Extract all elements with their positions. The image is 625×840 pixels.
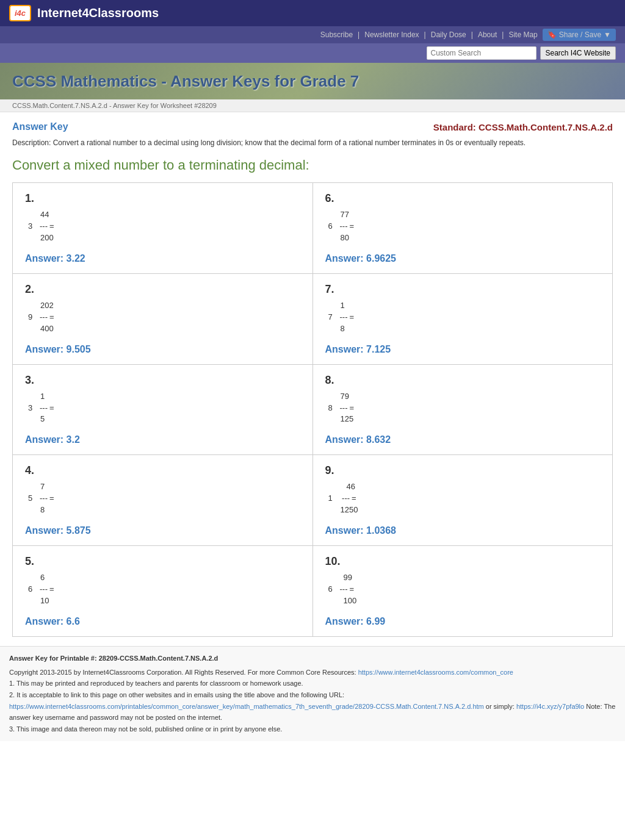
mixed-number-7: 1 7 --- = 8 [328, 301, 601, 333]
answer-9: Answer: 1.0368 [325, 525, 601, 536]
problem-cell-1: 1. 44 3 --- = 200 Answer: 3.22 [13, 183, 313, 273]
answer-7: Answer: 7.125 [325, 344, 601, 355]
mixed-number-8: 79 8 --- = 125 [328, 392, 601, 424]
answer-key-label: Answer Key [12, 121, 68, 132]
footer-url-long[interactable]: https://www.internet4classrooms.com/prin… [9, 703, 484, 710]
answer-3: Answer: 3.2 [25, 434, 300, 445]
problem-row-5: 5. 6 6 --- = 10 Answer: 6.6 10. 99 [13, 546, 612, 636]
problem-number-1: 1. [25, 192, 300, 205]
footer-info: Answer Key for Printable #: 28209-CCSS.M… [0, 646, 625, 741]
mixed-number-10: 99 6 --- = 100 [328, 573, 601, 605]
mixed-number-3: 1 3 --- = 5 [28, 392, 300, 424]
banner: CCSS Mathematics - Answer Keys for Grade… [0, 63, 625, 99]
problem-number-4: 4. [25, 464, 300, 477]
footer-note2: 2. It is acceptable to link to this page… [9, 689, 616, 701]
problem-cell-6: 6. 77 6 --- = 80 Answer: 6.9625 [313, 183, 613, 273]
problem-number-2: 2. [25, 283, 300, 296]
footer-common-core-link[interactable]: https://www.internet4classrooms.com/comm… [358, 669, 513, 676]
problems-grid: 1. 44 3 --- = 200 Answer: 3.22 6. 77 [12, 182, 613, 637]
mixed-number-5: 6 6 --- = 10 [28, 573, 300, 605]
problem-number-8: 8. [325, 374, 601, 387]
nav-daily-dose[interactable]: Daily Dose [431, 31, 466, 39]
answer-6: Answer: 6.9625 [325, 253, 601, 264]
mixed-number-4: 7 5 --- = 8 [28, 482, 300, 514]
share-save-button[interactable]: 🔖 Share / Save ▼ [543, 29, 616, 41]
answer-5: Answer: 6.6 [25, 616, 300, 627]
footer-url-short[interactable]: https://i4c.xyz/y7pfa9lo [516, 703, 584, 710]
problem-cell-3: 3. 1 3 --- = 5 Answer: 3.2 [13, 365, 313, 455]
problem-row-3: 3. 1 3 --- = 5 Answer: 3.2 8. 79 [13, 365, 612, 456]
description: Description: Convert a rational number t… [12, 137, 613, 148]
footer-urls: https://www.internet4classrooms.com/prin… [9, 701, 616, 723]
problem-cell-7: 7. 1 7 --- = 8 Answer: 7.125 [313, 274, 613, 364]
search-button[interactable]: Search I4C Website [540, 46, 616, 60]
top-nav: Subscribe | Newsletter Index | Daily Dos… [0, 26, 625, 43]
nav-newsletter-index[interactable]: Newsletter Index [364, 31, 419, 39]
search-bar: Search I4C Website [0, 43, 625, 63]
share-arrow-icon: ▼ [604, 31, 611, 39]
site-header: i4c Internet4Classrooms [0, 0, 625, 26]
answer-10: Answer: 6.99 [325, 616, 601, 627]
logo-area: i4c Internet4Classrooms [9, 5, 159, 21]
problem-number-3: 3. [25, 374, 300, 387]
breadcrumb: CCSS.Math.Content.7.NS.A.2.d - Answer Ke… [0, 99, 625, 112]
mixed-number-1: 44 3 --- = 200 [28, 210, 300, 242]
footer-note1: 1. This may be printed and reproduced by… [9, 678, 616, 689]
footer-note3: 3. This image and data thereon may not b… [9, 723, 616, 735]
mixed-number-9: 46 1 --- = 1250 [328, 482, 601, 514]
problem-cell-9: 9. 46 1 --- = 1250 Answer: 1.0368 [313, 455, 613, 545]
answer-8: Answer: 8.632 [325, 434, 601, 445]
mixed-number-6: 77 6 --- = 80 [328, 210, 601, 242]
problem-number-5: 5. [25, 555, 300, 568]
standard-label: Standard: CCSS.Math.Content.7.NS.A.2.d [433, 122, 613, 132]
problem-cell-4: 4. 7 5 --- = 8 Answer: 5.875 [13, 455, 313, 545]
problem-cell-2: 2. 202 9 --- = 400 Answer: 9.505 [13, 274, 313, 364]
problem-row-4: 4. 7 5 --- = 8 Answer: 5.875 9. 46 [13, 455, 612, 546]
share-icon: 🔖 [547, 31, 557, 39]
answer-1: Answer: 3.22 [25, 253, 300, 264]
problem-number-9: 9. [325, 464, 601, 477]
problem-row-2: 2. 202 9 --- = 400 Answer: 9.505 7. 1 [13, 274, 612, 365]
search-input[interactable] [427, 46, 536, 60]
nav-about[interactable]: About [478, 31, 497, 39]
answer-key-header: Answer Key Standard: CCSS.Math.Content.7… [12, 121, 613, 132]
mixed-number-2: 202 9 --- = 400 [28, 301, 300, 333]
site-name: Internet4Classrooms [37, 6, 159, 20]
nav-subscribe[interactable]: Subscribe [320, 31, 353, 39]
problem-row-1: 1. 44 3 --- = 200 Answer: 3.22 6. 77 [13, 183, 612, 274]
nav-site-map[interactable]: Site Map [508, 31, 537, 39]
problem-number-6: 6. [325, 192, 601, 205]
answer-4: Answer: 5.875 [25, 525, 300, 536]
page-title: CCSS Mathematics - Answer Keys for Grade… [12, 72, 613, 91]
logo-icon: i4c [9, 5, 31, 21]
answer-2: Answer: 9.505 [25, 344, 300, 355]
problem-cell-5: 5. 6 6 --- = 10 Answer: 6.6 [13, 546, 313, 636]
footer-copyright: Copyright 2013-2015 by Internet4Classroo… [9, 667, 616, 678]
problem-number-7: 7. [325, 283, 601, 296]
section-heading: Convert a mixed number to a terminating … [12, 157, 613, 173]
problem-cell-10: 10. 99 6 --- = 100 Answer: 6.99 [313, 546, 613, 636]
problem-cell-8: 8. 79 8 --- = 125 Answer: 8.632 [313, 365, 613, 455]
main-content: Answer Key Standard: CCSS.Math.Content.7… [0, 112, 625, 646]
footer-answer-key-line: Answer Key for Printable #: 28209-CCSS.M… [9, 653, 616, 664]
problem-number-10: 10. [325, 555, 601, 568]
